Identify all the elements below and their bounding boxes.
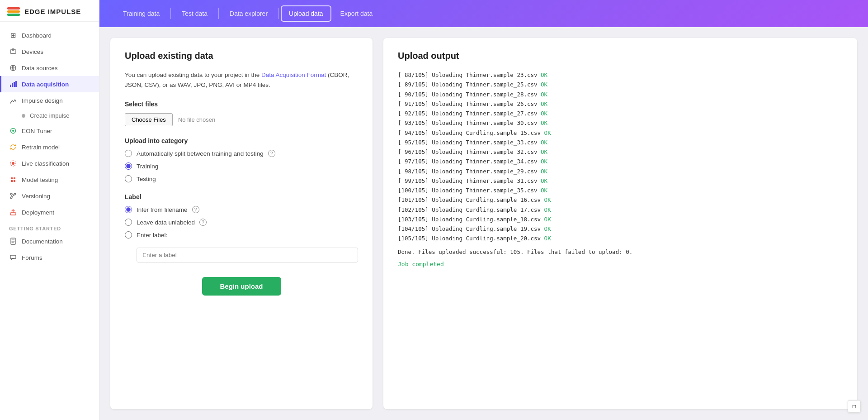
sidebar-item-label: Data sources [22, 65, 58, 72]
job-completed-text: Job completed [398, 259, 843, 269]
sidebar-item-label: Model testing [22, 177, 58, 183]
eon-tuner-icon [9, 127, 17, 135]
auto-split-help-icon[interactable]: ? [268, 150, 275, 157]
infer-filename-label: Infer from filename [137, 206, 188, 213]
log-status: OK [541, 177, 547, 184]
sidebar-item-label: Data acquisition [22, 81, 69, 88]
category-training[interactable]: Training [125, 162, 358, 170]
svg-point-9 [12, 162, 14, 165]
sidebar-sub-item-label: Create impulse [30, 112, 69, 119]
infer-filename-radio[interactable] [125, 206, 132, 213]
sidebar-item-label: Dashboard [22, 32, 52, 39]
infer-filename-help-icon[interactable]: ? [192, 206, 199, 213]
choose-files-button[interactable]: Choose Files [125, 113, 173, 126]
upload-card-title: Upload existing data [125, 51, 358, 61]
log-line: [ 95/105] Uploading Thinner.sample_33.cs… [398, 138, 843, 147]
sidebar: EDGE IMPULSE ⊞ Dashboard Devices Data so… [0, 0, 99, 420]
nav-data-explorer[interactable]: Data explorer [221, 0, 277, 27]
sidebar-item-devices[interactable]: Devices [0, 43, 99, 60]
logo-bar-orange [7, 10, 20, 13]
svg-rect-5 [14, 82, 15, 87]
log-status: OK [541, 168, 547, 175]
testing-label: Testing [137, 176, 156, 182]
nav-export-data[interactable]: Export data [331, 0, 382, 27]
output-scroll-area[interactable]: [ 88/105] Uploading Thinner.sample_23.cs… [398, 68, 843, 396]
nav-divider-1 [170, 8, 171, 19]
documentation-icon [9, 237, 17, 245]
log-status: OK [541, 100, 547, 107]
data-format-link[interactable]: Data Acquisition Format [261, 72, 326, 78]
nav-test-data[interactable]: Test data [173, 0, 217, 27]
log-line: [101/105] Uploading Curdling.sample_16.c… [398, 195, 843, 205]
log-status: OK [541, 187, 547, 194]
sidebar-item-label: Deployment [22, 209, 54, 216]
category-auto-split[interactable]: Automatically split between training and… [125, 150, 358, 157]
log-status: OK [541, 148, 547, 155]
category-testing[interactable]: Testing [125, 175, 358, 182]
log-line: [ 88/105] Uploading Thinner.sample_23.cs… [398, 70, 843, 80]
label-text-input[interactable] [137, 248, 358, 262]
sidebar-item-documentation[interactable]: Documentation [0, 233, 99, 249]
auto-split-label: Automatically split between training and… [137, 150, 264, 157]
training-label: Training [137, 163, 158, 170]
data-sources-icon [9, 64, 17, 72]
nav-training-data[interactable]: Training data [114, 0, 169, 27]
sidebar-item-data-acquisition[interactable]: Data acquisition [0, 76, 99, 92]
label-infer-filename[interactable]: Infer from filename ? [125, 206, 358, 213]
sidebar-item-dashboard[interactable]: ⊞ Dashboard [0, 27, 99, 43]
log-status: OK [541, 91, 547, 98]
output-card-title: Upload output [398, 51, 843, 61]
sidebar-item-model-testing[interactable]: Model testing [0, 172, 99, 188]
testing-radio[interactable] [125, 175, 132, 182]
log-status: OK [541, 110, 547, 117]
enter-label-radio[interactable] [125, 231, 132, 239]
auto-split-radio[interactable] [125, 150, 132, 157]
logo-bar-green [7, 14, 20, 16]
sidebar-item-deployment[interactable]: Deployment [0, 204, 99, 220]
log-line: [ 94/105] Uploading Curdling.sample_15.c… [398, 128, 843, 138]
top-navigation: Training data Test data Data explorer Up… [99, 0, 868, 27]
leave-unlabeled-radio[interactable] [125, 219, 132, 226]
log-line: [ 99/105] Uploading Thinner.sample_31.cs… [398, 176, 843, 186]
sidebar-item-data-sources[interactable]: Data sources [0, 60, 99, 76]
sidebar-item-impulse-design[interactable]: Impulse design [0, 92, 99, 109]
leave-unlabeled-help-icon[interactable]: ? [199, 219, 207, 226]
svg-point-8 [12, 130, 14, 132]
feedback-button[interactable]: □ [848, 400, 861, 413]
sidebar-item-eon-tuner[interactable]: EON Tuner [0, 123, 99, 139]
log-status: OK [541, 119, 547, 126]
label-leave-unlabeled[interactable]: Leave data unlabeled ? [125, 219, 358, 226]
leave-unlabeled-label: Leave data unlabeled [137, 219, 195, 226]
output-log: [ 88/105] Uploading Thinner.sample_23.cs… [398, 68, 843, 396]
sidebar-item-label: Versioning [22, 193, 50, 200]
upload-category-label: Upload into category [125, 137, 358, 144]
sidebar-item-retrain-model[interactable]: Retrain model [0, 139, 99, 155]
sidebar-item-forums[interactable]: Forums [0, 249, 99, 266]
log-line: [ 97/105] Uploading Thinner.sample_34.cs… [398, 157, 843, 166]
retrain-model-icon [9, 143, 17, 151]
svg-rect-4 [12, 83, 13, 87]
training-radio[interactable] [125, 162, 132, 170]
dot-icon [22, 114, 25, 118]
begin-upload-button[interactable]: Begin upload [202, 277, 281, 296]
sidebar-item-live-classification[interactable]: Live classification [0, 155, 99, 172]
upload-category-group: Automatically split between training and… [125, 150, 358, 182]
feedback-icon: □ [853, 403, 856, 410]
svg-rect-11 [11, 177, 13, 179]
log-line: [102/105] Uploading Curdling.sample_17.c… [398, 205, 843, 215]
select-files-label: Select files [125, 100, 358, 108]
sidebar-item-label: Forums [22, 254, 42, 261]
content-area: Upload existing data You can upload exis… [99, 27, 868, 420]
svg-rect-3 [10, 85, 11, 87]
upload-card: Upload existing data You can upload exis… [110, 38, 373, 409]
label-enter-label[interactable]: Enter label: [125, 231, 358, 239]
log-status: OK [541, 72, 547, 78]
devices-icon [9, 48, 17, 56]
log-line: [ 91/105] Uploading Thinner.sample_26.cs… [398, 99, 843, 109]
nav-divider-2 [218, 8, 219, 19]
output-card: Upload output [ 88/105] Uploading Thinne… [383, 38, 857, 409]
getting-started-label: GETTING STARTED [0, 220, 99, 233]
sidebar-item-versioning[interactable]: Versioning [0, 188, 99, 204]
sidebar-item-create-impulse[interactable]: Create impulse [0, 109, 99, 123]
nav-upload-data[interactable]: Upload data [281, 5, 331, 22]
